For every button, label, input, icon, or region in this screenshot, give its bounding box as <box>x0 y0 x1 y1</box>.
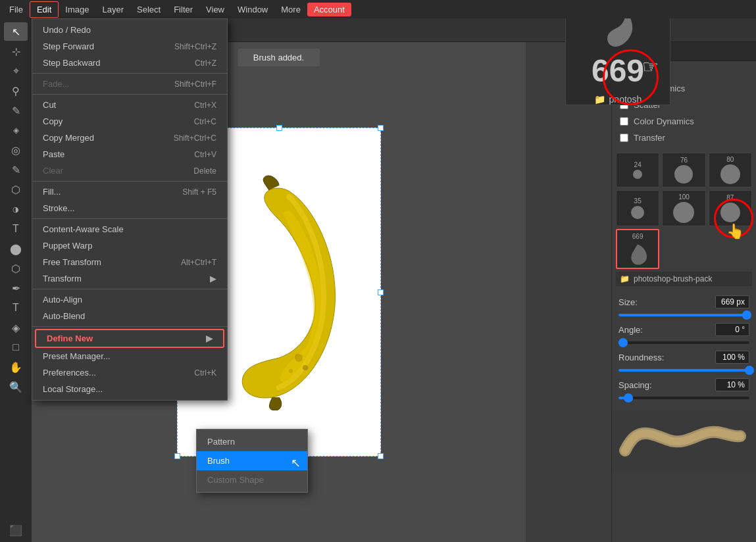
selection-handle-bl[interactable] <box>174 453 180 459</box>
roundness-slider-track[interactable] <box>618 369 749 372</box>
color-dynamics-checkbox[interactable] <box>620 117 628 126</box>
menu-copy[interactable]: Copy Ctrl+C <box>32 113 227 130</box>
spacing-label: Spacing: <box>618 380 652 390</box>
crop-tool-btn[interactable]: ✎ <box>4 101 28 120</box>
menu-preferences[interactable]: Preferences... Ctrl+K <box>32 364 227 381</box>
path-select-btn[interactable]: ◈ <box>4 318 28 337</box>
menu-image[interactable]: Image <box>59 2 95 17</box>
define-new-submenu: Pattern Brush ↖ Custom Shape <box>196 429 308 493</box>
menu-auto-blend[interactable]: Auto-Blend <box>32 308 227 324</box>
divider-1 <box>32 73 227 74</box>
brush-folder[interactable]: 📁 photoshop-brush-pack <box>616 272 752 286</box>
brush-thumb-100[interactable]: 100 <box>662 190 705 226</box>
menu-select[interactable]: Select <box>130 2 167 17</box>
brush-shape-35 <box>631 206 644 219</box>
brush-thumb-87[interactable]: 87 <box>709 190 752 226</box>
menu-filter[interactable]: Filter <box>167 2 199 17</box>
brush-thumb-80[interactable]: 80 <box>709 153 752 187</box>
move-tool-btn[interactable]: ↖ <box>4 22 28 41</box>
menu-layer[interactable]: Layer <box>96 2 131 17</box>
submenu-brush[interactable]: Brush ↖ <box>197 451 307 470</box>
menu-fade[interactable]: Fade... Shift+Ctrl+F <box>32 76 227 92</box>
menu-transform[interactable]: Transform ▶ <box>32 270 227 287</box>
menu-free-transform[interactable]: Free Transform Alt+Ctrl+T <box>32 254 227 270</box>
angle-slider-track[interactable] <box>618 341 749 344</box>
menu-define-new[interactable]: Define New ▶ <box>35 329 224 348</box>
dodge-btn[interactable]: ⬡ <box>4 259 28 278</box>
menu-step-forward[interactable]: Step Forward Shift+Ctrl+Z <box>32 38 227 55</box>
size-setting-row: Size: 669 px <box>618 295 749 308</box>
menu-stroke[interactable]: Stroke... <box>32 200 227 216</box>
brush-thumb-76[interactable]: 76 <box>662 153 705 187</box>
transfer-checkbox[interactable] <box>620 134 628 142</box>
menu-auto-align[interactable]: Auto-Align <box>32 291 227 308</box>
roundness-slider-thumb[interactable] <box>745 366 754 375</box>
menu-content-aware-scale[interactable]: Content-Aware Scale <box>32 221 227 237</box>
angle-setting-row: Angle: 0 ° <box>618 323 749 336</box>
selection-handle-tr[interactable] <box>378 125 384 131</box>
folder-icon: 📁 <box>620 274 630 283</box>
brush-thumb-24[interactable]: 24 <box>616 153 659 187</box>
roundness-value[interactable]: 100 % <box>715 351 749 364</box>
brush-tool-btn[interactable]: ✎ <box>4 160 28 179</box>
menu-preset-manager[interactable]: Preset Manager... <box>32 348 227 364</box>
menu-puppet-warp[interactable]: Puppet Warp <box>32 237 227 254</box>
eyedropper-btn[interactable]: ◈ <box>4 121 28 139</box>
menu-undo-redo[interactable]: Undo / Redo <box>32 22 227 38</box>
size-slider-track[interactable] <box>618 314 749 316</box>
menu-clear[interactable]: Clear Delete <box>32 162 227 179</box>
menu-view[interactable]: View <box>199 2 231 17</box>
zoom-tool-btn[interactable]: 🔍 <box>4 378 28 396</box>
clone-tool-btn[interactable]: ⬡ <box>4 180 28 199</box>
edit-menu: Undo / Redo Step Forward Shift+Ctrl+Z St… <box>32 18 228 401</box>
menu-file[interactable]: File <box>3 2 30 17</box>
folder-name: photoshop-brush-pack <box>634 274 712 283</box>
menu-fill[interactable]: Fill... Shift + F5 <box>32 184 227 200</box>
brush-thumb-35[interactable]: 35 <box>616 190 659 226</box>
angle-value[interactable]: 0 ° <box>715 323 749 336</box>
pen-btn[interactable]: ✒ <box>4 279 28 297</box>
gradient-btn[interactable]: ⬤ <box>4 239 28 258</box>
history-btn[interactable]: ◑ <box>4 200 28 218</box>
size-slider-thumb[interactable] <box>742 310 751 320</box>
spacing-value[interactable]: 10 % <box>715 378 749 391</box>
spot-heal-btn[interactable]: ◎ <box>4 141 28 159</box>
menu-account[interactable]: Account <box>307 3 351 16</box>
menu-local-storage[interactable]: Local Storage... <box>32 381 227 397</box>
spacing-slider-thumb[interactable] <box>624 393 633 403</box>
quick-select-btn[interactable]: ⚲ <box>4 82 28 100</box>
menu-copy-merged[interactable]: Copy Merged Shift+Ctrl+C <box>32 130 227 146</box>
corner-folder-label: pnotosh <box>609 94 642 105</box>
type-tool-btn[interactable]: T <box>4 299 28 317</box>
eraser-btn[interactable]: T <box>4 220 28 238</box>
divider-2 <box>32 94 227 95</box>
menu-window[interactable]: Window <box>231 2 274 17</box>
brush-shape-80 <box>720 164 740 184</box>
color-dynamics-option[interactable]: Color Dynamics <box>617 113 751 130</box>
menu-more[interactable]: More <box>274 2 307 17</box>
banana-image <box>207 174 351 410</box>
divider-4 <box>32 218 227 219</box>
shape-tool-btn[interactable]: □ <box>4 338 28 357</box>
menu-cut[interactable]: Cut Ctrl+X <box>32 97 227 113</box>
lasso-tool-btn[interactable]: ⌖ <box>4 62 28 80</box>
marquee-tool-btn[interactable]: ⊹ <box>4 42 28 61</box>
menu-step-backward[interactable]: Step Backward Ctrl+Z <box>32 55 227 71</box>
fg-bg-color[interactable]: ⬛ <box>4 521 28 539</box>
brush-added-toast: Brush added. <box>238 49 320 66</box>
selection-handle-mr[interactable] <box>378 289 384 295</box>
submenu-custom-shape[interactable]: Custom Shape <box>197 470 307 489</box>
divider-3 <box>32 181 227 182</box>
brush-thumb-669[interactable]: 669 <box>616 229 659 269</box>
angle-slider-thumb[interactable] <box>618 338 628 347</box>
hand-tool-btn[interactable]: ✋ <box>4 358 28 376</box>
selection-handle-br[interactable] <box>378 453 384 459</box>
spacing-slider-track[interactable] <box>618 397 749 399</box>
menu-paste[interactable]: Paste Ctrl+V <box>32 146 227 162</box>
selection-handle-tm[interactable] <box>276 125 282 131</box>
menu-edit[interactable]: Edit <box>30 1 59 18</box>
size-value[interactable]: 669 px <box>715 295 749 308</box>
corner-folder-icon: 📁 <box>594 94 605 105</box>
submenu-pattern[interactable]: Pattern <box>197 432 307 451</box>
transfer-option[interactable]: Transfer <box>617 130 751 146</box>
